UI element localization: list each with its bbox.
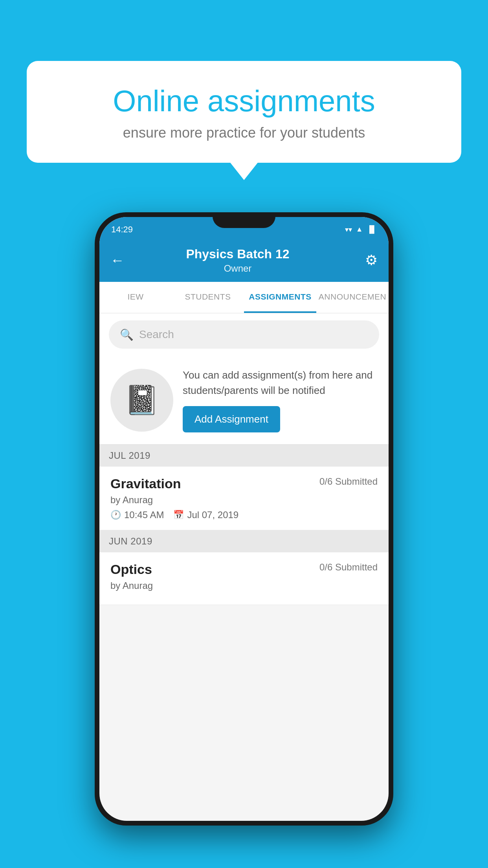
phone-screen: 14:29 ▾▾ ▲ ▐▌ ← Physics Batch 12 Owner ⚙… [99, 217, 389, 821]
tab-iew[interactable]: IEW [99, 282, 172, 313]
assignment-author-gravitation: by Anurag [110, 495, 378, 506]
notebook-icon: 📓 [124, 383, 160, 417]
speech-bubble: Online assignments ensure more practice … [27, 61, 461, 163]
add-assignment-button[interactable]: Add Assignment [183, 406, 280, 432]
app-bar-title: Physics Batch 12 [132, 247, 343, 261]
promo-description: You can add assignment(s) from here and … [183, 368, 378, 398]
assignment-author-optics: by Anurag [110, 580, 378, 591]
search-bar[interactable]: 🔍 Search [109, 320, 379, 349]
assignment-submitted-optics: 0/6 Submitted [319, 562, 378, 573]
assignment-optics-top: Optics 0/6 Submitted [110, 562, 378, 577]
section-header-jul: JUL 2019 [99, 445, 389, 467]
battery-icon: ▐▌ [367, 225, 377, 234]
tab-announcements[interactable]: ANNOUNCEMEN [316, 282, 389, 313]
signal-icon: ▲ [356, 225, 363, 234]
assignment-date-gravitation: 📅 Jul 07, 2019 [173, 509, 238, 520]
search-icon: 🔍 [120, 328, 134, 341]
search-placeholder: Search [139, 328, 174, 341]
assignment-gravitation[interactable]: Gravitation 0/6 Submitted by Anurag 🕐 10… [99, 467, 389, 530]
wifi-icon: ▾▾ [345, 225, 352, 234]
status-icons: ▾▾ ▲ ▐▌ [345, 225, 377, 234]
tab-students[interactable]: STUDENTS [172, 282, 244, 313]
bubble-title: Online assignments [50, 85, 438, 118]
promo-content: You can add assignment(s) from here and … [183, 368, 378, 432]
assignment-top: Gravitation 0/6 Submitted [110, 476, 378, 491]
assignment-meta-gravitation: 🕐 10:45 AM 📅 Jul 07, 2019 [110, 509, 378, 520]
status-time: 14:29 [111, 224, 133, 235]
assignment-optics[interactable]: Optics 0/6 Submitted by Anurag [99, 552, 389, 605]
calendar-icon: 📅 [173, 510, 184, 520]
assignment-submitted-gravitation: 0/6 Submitted [319, 476, 378, 487]
promo-icon-circle: 📓 [110, 369, 173, 432]
speech-bubble-section: Online assignments ensure more practice … [27, 61, 461, 163]
clock-icon: 🕐 [110, 510, 121, 520]
tabs-bar: IEW STUDENTS ASSIGNMENTS ANNOUNCEMEN [99, 282, 389, 313]
assignment-time-gravitation: 🕐 10:45 AM [110, 509, 164, 520]
bubble-subtitle: ensure more practice for your students [50, 125, 438, 141]
phone-body: 14:29 ▾▾ ▲ ▐▌ ← Physics Batch 12 Owner ⚙… [95, 212, 393, 826]
phone-device: 14:29 ▾▾ ▲ ▐▌ ← Physics Batch 12 Owner ⚙… [27, 212, 461, 826]
assignment-name-gravitation: Gravitation [110, 476, 181, 491]
app-bar: ← Physics Batch 12 Owner ⚙ [99, 239, 389, 282]
settings-button[interactable]: ⚙ [365, 252, 378, 268]
back-button[interactable]: ← [110, 253, 125, 267]
phone-notch [213, 212, 275, 228]
assignment-name-optics: Optics [110, 562, 152, 577]
promo-card: 📓 You can add assignment(s) from here an… [99, 356, 389, 445]
app-bar-title-area: Physics Batch 12 Owner [132, 247, 343, 274]
app-bar-subtitle: Owner [132, 263, 343, 274]
tab-assignments[interactable]: ASSIGNMENTS [244, 282, 316, 313]
section-header-jun: JUN 2019 [99, 530, 389, 552]
search-container: 🔍 Search [99, 313, 389, 356]
